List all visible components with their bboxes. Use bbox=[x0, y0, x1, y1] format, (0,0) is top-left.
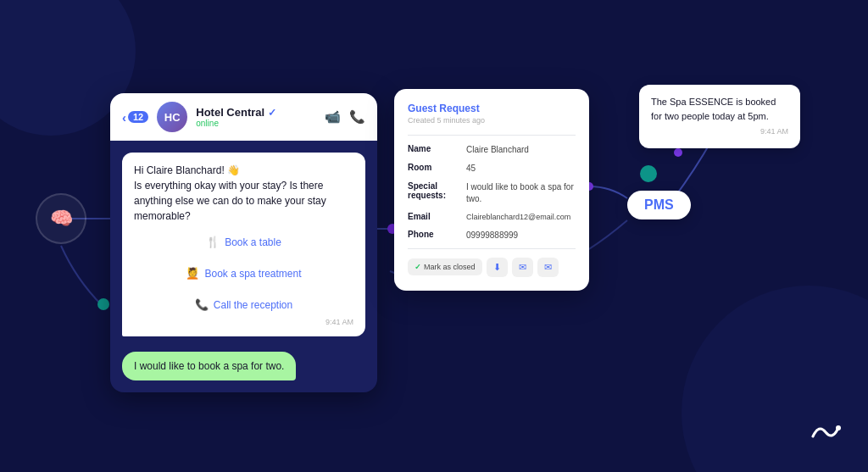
download-icon: ⬇ bbox=[493, 262, 501, 273]
card-actions: ✓ Mark as closed ⬇ ✉ ✉ bbox=[408, 258, 576, 277]
agent-message-bubble: Hi Claire Blanchard! 👋 Is everything oka… bbox=[122, 153, 365, 336]
phone-field-row: Phone 09999888999 bbox=[408, 230, 576, 242]
avatar: HC bbox=[157, 102, 187, 132]
mail-button[interactable]: ✉ bbox=[537, 258, 559, 277]
name-field-row: Name Claire Blanchard bbox=[408, 144, 576, 156]
message-icon: ✉ bbox=[519, 262, 526, 273]
guest-request-card: Guest Request Created 5 minutes ago Name… bbox=[394, 89, 589, 291]
book-spa-button[interactable]: 💆 Book a spa treatment bbox=[134, 260, 353, 286]
pms-badge: PMS bbox=[627, 191, 691, 219]
email-field-row: Email Claireblanchard12@email.com bbox=[408, 212, 576, 223]
phone-call-icon: 📞 bbox=[195, 298, 209, 311]
chat-panel: ‹ 12 HC Hotel Central ✓ online 📹 📞 Hi Cl… bbox=[110, 93, 377, 392]
spa-booking-message: The Spa ESSENCE is booked for two people… bbox=[639, 85, 800, 148]
message-text: Hi Claire Blanchard! 👋 Is everything oka… bbox=[134, 163, 353, 224]
mark-closed-button[interactable]: ✓ Mark as closed bbox=[408, 258, 482, 275]
hotel-info: Hotel Central ✓ online bbox=[196, 106, 316, 128]
online-status: online bbox=[196, 119, 316, 128]
name-value: Claire Blanchard bbox=[466, 144, 576, 156]
message-time: 9:41 AM bbox=[134, 318, 353, 326]
chat-header: ‹ 12 HC Hotel Central ✓ online 📹 📞 bbox=[110, 93, 377, 141]
spa-message-time: 9:41 AM bbox=[651, 126, 788, 138]
email-label: Email bbox=[408, 212, 463, 221]
phone-value: 09999888999 bbox=[466, 230, 576, 242]
book-table-button[interactable]: 🍴 Book a table bbox=[134, 229, 353, 255]
action-buttons: 🍴 Book a table 💆 Book a spa treatment 📞 … bbox=[134, 229, 353, 318]
phone-label: Phone bbox=[408, 230, 463, 239]
brain-icon: 🧠 bbox=[36, 193, 86, 244]
check-icon: ✓ bbox=[415, 263, 421, 271]
name-label: Name bbox=[408, 144, 463, 153]
bottom-divider bbox=[408, 248, 576, 249]
room-label: Room bbox=[408, 163, 463, 172]
spa-icon: 💆 bbox=[186, 267, 199, 280]
header-actions: 📹 📞 bbox=[325, 109, 365, 125]
call-reception-button[interactable]: 📞 Call the reception bbox=[134, 292, 353, 318]
hotel-name: Hotel Central ✓ bbox=[196, 106, 316, 119]
back-button[interactable]: ‹ 12 bbox=[122, 110, 148, 125]
verified-icon: ✓ bbox=[268, 107, 276, 119]
special-requests-label: Special requests: bbox=[408, 181, 463, 200]
guest-card-title: Guest Request bbox=[408, 103, 576, 114]
room-value: 45 bbox=[466, 163, 576, 175]
special-requests-row: Special requests: I would like to book a… bbox=[408, 181, 576, 205]
fork-icon: 🍴 bbox=[206, 236, 220, 248]
room-field-row: Room 45 bbox=[408, 163, 576, 175]
special-requests-value: I would like to book a spa for two. bbox=[466, 181, 576, 205]
download-button[interactable]: ⬇ bbox=[487, 258, 508, 277]
email-value: Claireblanchard12@email.com bbox=[466, 212, 576, 223]
svg-point-0 bbox=[836, 425, 841, 430]
guest-card-subtitle: Created 5 minutes ago bbox=[408, 116, 576, 125]
phone-icon[interactable]: 📞 bbox=[349, 109, 365, 125]
user-message-bubble: I would like to book a spa for two. bbox=[122, 352, 296, 380]
logo bbox=[809, 419, 843, 451]
message-button[interactable]: ✉ bbox=[512, 258, 533, 277]
mail-icon: ✉ bbox=[544, 262, 552, 273]
chat-body: Hi Claire Blanchard! 👋 Is everything oka… bbox=[110, 141, 377, 392]
spa-message-text: The Spa ESSENCE is booked for two people… bbox=[651, 95, 788, 123]
video-call-icon[interactable]: 📹 bbox=[325, 109, 341, 125]
message-count-badge: 12 bbox=[128, 111, 148, 123]
divider bbox=[408, 135, 576, 136]
